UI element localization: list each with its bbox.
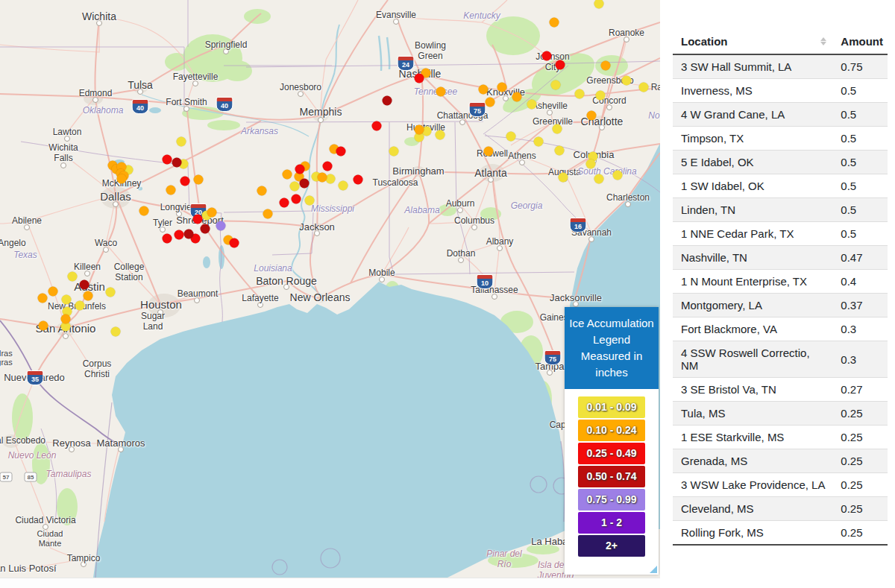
cell-amount: 0.4: [832, 270, 888, 294]
ice-report-dot[interactable]: [484, 147, 494, 157]
ice-report-dot[interactable]: [389, 147, 399, 157]
ice-report-dot[interactable]: [556, 60, 565, 70]
ice-report-dot[interactable]: [587, 111, 597, 121]
map-label-mississippi: Mississippi: [311, 204, 354, 215]
ice-report-dot[interactable]: [550, 18, 559, 28]
ice-report-dot[interactable]: [139, 206, 149, 216]
map-label-kentucky: Kentucky: [463, 11, 500, 22]
ice-report-dot[interactable]: [336, 147, 346, 157]
table-row: Inverness, MS0.5: [673, 79, 888, 103]
map-label-lafayette: Lafayette: [242, 294, 278, 304]
ice-report-dot[interactable]: [613, 171, 623, 180]
table-row: Nashville, TN0.47: [673, 246, 888, 270]
ice-report-dot[interactable]: [601, 61, 611, 71]
ice-report-dot[interactable]: [542, 51, 552, 61]
ice-report-dot[interactable]: [194, 175, 204, 185]
cell-amount: 0.5: [832, 151, 888, 174]
ice-report-dot[interactable]: [117, 174, 127, 184]
ice-report-dot[interactable]: [38, 294, 48, 303]
ice-report-dot[interactable]: [383, 96, 392, 106]
ice-report-dot[interactable]: [111, 327, 121, 337]
cell-location: 5 E Idabel, OK: [673, 151, 832, 174]
ice-report-dot[interactable]: [575, 89, 585, 99]
interstate-shield-icon-40: 40: [132, 99, 149, 114]
ice-report-dot[interactable]: [497, 83, 507, 92]
ice-report-dot[interactable]: [506, 132, 516, 142]
ice-report-dot[interactable]: [39, 321, 48, 331]
ice-report-dot[interactable]: [207, 208, 217, 218]
sort-icon[interactable]: [820, 37, 826, 45]
ice-report-dot[interactable]: [106, 288, 116, 297]
ice-report-dot[interactable]: [84, 291, 93, 301]
ice-report-dot[interactable]: [175, 230, 184, 240]
ice-report-dot[interactable]: [323, 162, 333, 171]
mx-route-shield-icon-57: 57: [0, 472, 13, 482]
ice-report-dot[interactable]: [559, 173, 568, 183]
legend-resize-handle[interactable]: [650, 566, 657, 573]
ice-report-dot[interactable]: [415, 125, 424, 135]
ice-report-dot[interactable]: [300, 179, 310, 189]
ice-report-dot[interactable]: [326, 174, 336, 184]
ice-report-dot[interactable]: [622, 76, 632, 86]
ice-report-dot[interactable]: [354, 175, 363, 185]
cell-amount: 0.25: [832, 497, 888, 521]
ice-report-dot[interactable]: [551, 80, 561, 90]
ice-report-dot[interactable]: [257, 186, 267, 196]
ice-report-dot[interactable]: [486, 98, 495, 107]
map-label-tuscaloosa: Tuscaloosa: [373, 178, 418, 189]
ice-report-dot[interactable]: [479, 85, 489, 95]
ice-report-dot[interactable]: [283, 170, 292, 180]
legend-swatch: 0.25 - 0.49: [578, 443, 645, 464]
ice-report-dot[interactable]: [292, 195, 301, 204]
map-canvas[interactable]: WichitaSpringfieldEvansvilleKentuckyRoan…: [0, 0, 660, 578]
map-bottom-strip: [0, 578, 660, 588]
ice-report-dot[interactable]: [230, 238, 239, 248]
cell-amount: 0.25: [832, 449, 888, 473]
ice-report-dot[interactable]: [62, 295, 72, 305]
ice-report-dot[interactable]: [163, 234, 172, 244]
ice-report-dot[interactable]: [201, 224, 210, 234]
legend-swatch: 0.01 - 0.09: [578, 396, 645, 418]
ice-report-dot[interactable]: [555, 146, 565, 156]
ice-report-dot[interactable]: [280, 198, 289, 208]
ice-report-dot[interactable]: [639, 83, 649, 92]
ice-report-dot[interactable]: [594, 174, 604, 184]
table-row: Grenada, MS0.25: [673, 449, 888, 473]
ice-report-dot[interactable]: [180, 177, 190, 186]
ice-report-dot[interactable]: [305, 196, 315, 206]
ice-report-dot[interactable]: [527, 100, 537, 110]
ice-report-dot[interactable]: [290, 182, 300, 192]
ice-report-dot[interactable]: [263, 209, 273, 219]
ice-report-dot[interactable]: [163, 155, 172, 165]
column-header-location[interactable]: Location: [673, 30, 832, 54]
ice-report-dot[interactable]: [586, 159, 596, 169]
cell-location: 1 N Mount Enterprise, TX: [673, 270, 832, 294]
ice-report-dot[interactable]: [436, 87, 446, 97]
ice-report-dot[interactable]: [534, 137, 544, 147]
ice-report-dot[interactable]: [372, 121, 382, 131]
ice-report-dot[interactable]: [177, 137, 186, 147]
ice-report-dot[interactable]: [184, 230, 194, 239]
ice-report-dot[interactable]: [75, 301, 85, 311]
ice-report-dot[interactable]: [61, 314, 71, 324]
ice-report-dot[interactable]: [339, 181, 348, 191]
ice-report-dot[interactable]: [596, 91, 606, 101]
ice-report-dot[interactable]: [166, 186, 176, 195]
ice-report-dot[interactable]: [436, 130, 445, 140]
ice-report-dot[interactable]: [512, 92, 522, 102]
ice-report-dot[interactable]: [216, 221, 226, 231]
interstate-shield-icon-35: 35: [27, 370, 44, 385]
ice-report-dot[interactable]: [68, 272, 78, 282]
map-label-reynosa: Reynosa: [52, 438, 90, 449]
ice-report-dot[interactable]: [193, 215, 203, 224]
ice-report-dot[interactable]: [553, 124, 562, 134]
ice-report-dot[interactable]: [415, 74, 424, 83]
map-label-auburn: Auburn: [446, 199, 475, 209]
ice-report-dot[interactable]: [318, 173, 327, 183]
ice-report-dot[interactable]: [48, 287, 58, 297]
ice-report-dot[interactable]: [80, 280, 90, 290]
cell-amount: 0.5: [832, 198, 888, 222]
column-header-amount[interactable]: Amount: [832, 30, 888, 54]
ice-report-dot[interactable]: [172, 158, 182, 168]
ice-report-dot[interactable]: [295, 165, 305, 174]
